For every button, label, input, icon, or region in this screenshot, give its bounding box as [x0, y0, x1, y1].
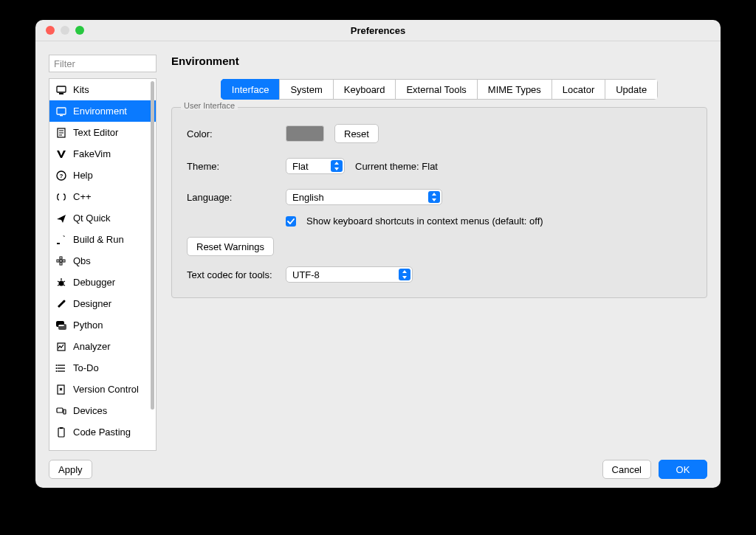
row-language: Language: English [187, 189, 692, 205]
shortcuts-checkbox-label: Show keyboard shortcuts in context menus… [306, 215, 543, 227]
cpp-icon [55, 191, 67, 203]
chevron-updown-icon [333, 161, 340, 171]
text-editor-icon [55, 127, 67, 139]
todo-icon [55, 362, 67, 374]
titlebar: Preferences [35, 20, 721, 41]
tab-system[interactable]: System [279, 79, 332, 100]
codec-select-value: UTF-8 [292, 269, 320, 280]
user-interface-group: User Interface Color: Reset Theme: Flat [171, 107, 707, 298]
row-reset-warnings: Reset Warnings [187, 237, 692, 256]
debugger-icon [55, 277, 67, 289]
tab-external-tools[interactable]: External Tools [395, 79, 476, 100]
tab-update[interactable]: Update [605, 79, 658, 100]
sidebar-item-python[interactable]: Python [49, 314, 156, 336]
codec-select[interactable]: UTF-8 [286, 266, 413, 283]
language-select[interactable]: English [286, 189, 442, 205]
sidebar-item-kits[interactable]: Kits [49, 79, 156, 100]
sidebar-item-label: Designer [73, 298, 111, 309]
vcs-icon [55, 384, 67, 396]
chevron-updown-icon [430, 192, 438, 202]
sidebar-item-text-editor[interactable]: Text Editor [49, 122, 156, 143]
sidebar-item-help[interactable]: Help [49, 165, 156, 186]
sidebar-item-qt-quick[interactable]: Qt Quick [49, 207, 156, 229]
reset-warnings-button[interactable]: Reset Warnings [187, 237, 274, 256]
tab-keyboard[interactable]: Keyboard [333, 79, 396, 100]
window-title: Preferences [35, 25, 721, 36]
buildrun-icon [55, 234, 67, 246]
tab-mime-types[interactable]: MIME Types [477, 79, 551, 100]
theme-select-value: Flat [292, 161, 309, 172]
sidebar-item-analyzer[interactable]: Analyzer [49, 336, 156, 357]
tab-bar: InterfaceSystemKeyboardExternal ToolsMIM… [221, 79, 658, 100]
sidebar-item-label: Build & Run [73, 234, 124, 245]
qbs-icon [55, 255, 67, 267]
sidebar-item-fakevim[interactable]: FakeVim [49, 143, 156, 165]
sidebar-wrap: KitsEnvironmentText EditorFakeVimHelpC++… [49, 78, 157, 451]
sidebar-item-devices[interactable]: Devices [49, 400, 156, 421]
sidebar-item-c-[interactable]: C++ [49, 186, 156, 207]
current-theme-label: Current theme: Flat [355, 161, 438, 172]
sidebar-item-designer[interactable]: Designer [49, 293, 156, 314]
sidebar-item-label: Qbs [73, 255, 91, 266]
sidebar-item-label: Kits [73, 84, 89, 95]
sidebar-item-label: C++ [73, 191, 92, 202]
sidebar-item-code-pasting[interactable]: Code Pasting [49, 421, 156, 443]
left-column: Filter KitsEnvironmentText EditorFakeVim… [49, 55, 157, 451]
label-codec: Text codec for tools: [187, 269, 275, 280]
qtquick-icon [55, 213, 67, 224]
row-shortcuts: Show keyboard shortcuts in context menus… [187, 215, 692, 227]
kits-icon [55, 84, 67, 96]
window-body: Filter KitsEnvironmentText EditorFakeVim… [35, 41, 721, 488]
category-sidebar: KitsEnvironmentText EditorFakeVimHelpC++… [49, 78, 157, 451]
ok-button[interactable]: OK [659, 460, 707, 479]
sidebar-item-environment[interactable]: Environment [49, 100, 156, 122]
sidebar-item-label: Help [73, 170, 93, 181]
designer-icon [55, 298, 67, 310]
sidebar-item-debugger[interactable]: Debugger [49, 272, 156, 293]
codepasting-icon [55, 427, 67, 438]
apply-button[interactable]: Apply [49, 460, 92, 479]
sidebar-item-build-run[interactable]: Build & Run [49, 229, 156, 250]
sidebar-item-label: Qt Quick [73, 213, 111, 224]
devices-icon [55, 405, 67, 417]
footer: Apply Cancel OK [49, 451, 707, 479]
group-legend: User Interface [181, 101, 238, 110]
analyzer-icon [55, 341, 67, 353]
sidebar-item-to-do[interactable]: To-Do [49, 357, 156, 379]
sidebar-item-version-control[interactable]: Version Control [49, 379, 156, 400]
sidebar-item-label: Environment [73, 106, 127, 117]
preferences-window: Preferences Filter KitsEnvironmentText E… [35, 20, 721, 488]
help-icon [55, 170, 67, 182]
sidebar-scrollbar[interactable] [151, 81, 154, 410]
sidebar-item-label: Code Pasting [73, 427, 131, 438]
label-theme: Theme: [187, 161, 275, 172]
reset-color-button[interactable]: Reset [334, 124, 379, 143]
shortcuts-checkbox[interactable] [286, 216, 296, 227]
sidebar-item-label: Analyzer [73, 341, 111, 352]
sidebar-item-label: Text Editor [73, 127, 118, 138]
tabs-area: InterfaceSystemKeyboardExternal ToolsMIM… [171, 79, 707, 100]
main-pane: Environment InterfaceSystemKeyboardExter… [171, 55, 707, 451]
row-codec: Text codec for tools: UTF-8 [187, 266, 692, 283]
sidebar-item-label: Version Control [73, 384, 139, 395]
filter-input[interactable]: Filter [49, 55, 157, 72]
row-theme: Theme: Flat Current theme: Flat [187, 158, 692, 174]
tab-locator[interactable]: Locator [551, 79, 605, 100]
chevron-updown-icon [401, 269, 408, 280]
cancel-button[interactable]: Cancel [602, 460, 651, 479]
upper-area: Filter KitsEnvironmentText EditorFakeVim… [49, 55, 707, 451]
sidebar-item-label: Devices [73, 405, 107, 416]
sidebar-item-qbs[interactable]: Qbs [49, 250, 156, 272]
label-language: Language: [187, 192, 275, 203]
sidebar-item-label: Python [73, 320, 103, 331]
sidebar-item-label: To-Do [73, 362, 99, 373]
tab-interface[interactable]: Interface [221, 79, 280, 100]
language-select-value: English [292, 192, 324, 203]
theme-select[interactable]: Flat [286, 158, 345, 174]
python-icon [55, 320, 67, 331]
environment-icon [55, 106, 67, 117]
fakevim-icon [55, 148, 67, 160]
color-swatch[interactable] [286, 125, 324, 142]
page-title: Environment [171, 55, 707, 67]
sidebar-item-label: FakeVim [73, 148, 111, 159]
